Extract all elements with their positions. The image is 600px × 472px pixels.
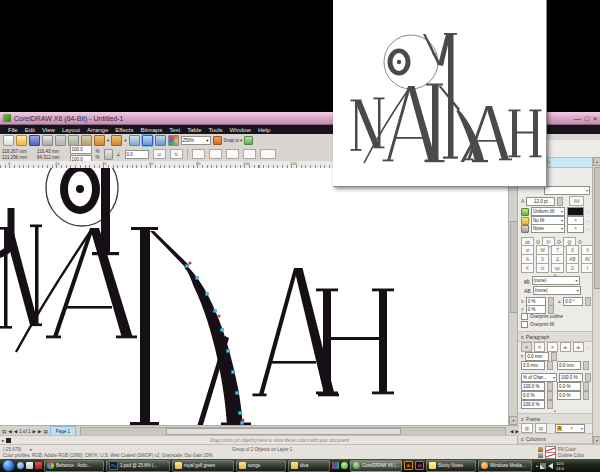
menu-arrange[interactable]: Arrange bbox=[87, 127, 108, 133]
docker-scroll-up-icon[interactable]: ▴ bbox=[593, 157, 600, 166]
green-sphere-app-icon[interactable] bbox=[341, 462, 348, 469]
font-size-stepper[interactable] bbox=[557, 197, 563, 206]
undo-caret-icon[interactable]: ▾ bbox=[107, 138, 109, 143]
maximize-button[interactable]: □ bbox=[585, 115, 589, 122]
object-x-position[interactable]: 118.267 mm bbox=[2, 149, 27, 154]
prop-extra-button-2[interactable] bbox=[209, 149, 222, 159]
fill-color-swatch[interactable] bbox=[567, 207, 584, 216]
redo-icon[interactable] bbox=[111, 135, 122, 146]
paragraph-section-header[interactable]: ≡ Paragraph bbox=[518, 331, 600, 342]
mirror-horizontal-button[interactable]: ⇄ bbox=[153, 149, 166, 159]
export-icon[interactable] bbox=[155, 135, 166, 146]
internet-explorer-icon[interactable] bbox=[17, 462, 24, 469]
kerning-button[interactable]: AV bbox=[569, 196, 584, 206]
new-document-icon[interactable] bbox=[3, 135, 14, 146]
frame-align-icon[interactable]: ▤ bbox=[535, 423, 547, 433]
ot-oldstyle-button[interactable]: G bbox=[566, 263, 579, 273]
ot-historical-button[interactable]: sp bbox=[551, 263, 564, 273]
outline-width-select[interactable]: None▾ bbox=[531, 224, 565, 233]
align-center-button[interactable]: ≡ bbox=[534, 342, 545, 352]
overprint-fill-checkbox[interactable] bbox=[521, 321, 528, 328]
outline-color-swatch[interactable]: × bbox=[567, 224, 584, 233]
last-page-icon[interactable]: ▶ bbox=[38, 429, 41, 434]
object-y-position[interactable]: 121.296 mm bbox=[2, 155, 27, 160]
left-indent-field[interactable]: 0.0 mm bbox=[521, 361, 545, 370]
start-button[interactable] bbox=[2, 459, 15, 472]
char-spacing-field[interactable]: 0.0 % bbox=[521, 391, 545, 400]
prop-extra-button-1[interactable] bbox=[192, 149, 205, 159]
font-list-select[interactable]: ▾ bbox=[544, 186, 590, 195]
coreldraw-task-button[interactable]: CorelDRAW X6 (... bbox=[350, 460, 402, 472]
word-spacing-field[interactable]: 100.0 % bbox=[521, 400, 545, 409]
alignment-options-button[interactable]: ... bbox=[586, 345, 589, 350]
frame-columns-icon[interactable]: ▥ bbox=[521, 423, 533, 433]
menu-help[interactable]: Help bbox=[258, 127, 270, 133]
underline-style-select[interactable]: (none)▾ bbox=[532, 276, 580, 285]
application-launcher-icon[interactable] bbox=[168, 135, 179, 146]
photoshop-task-button[interactable]: Ps 1.psd @ 25.8% (... bbox=[106, 460, 170, 472]
first-page-icon[interactable]: ◀ bbox=[8, 429, 11, 434]
menu-table[interactable]: Table bbox=[187, 127, 201, 133]
folder-songs-button[interactable]: songs bbox=[236, 460, 286, 472]
menu-tools[interactable]: Tools bbox=[209, 127, 223, 133]
tray-clock[interactable]: 10:5 13-0 bbox=[556, 461, 564, 471]
first-line-indent-field[interactable]: 0.0 mm bbox=[525, 352, 549, 361]
before-paragraph-field[interactable]: 100.0 % bbox=[521, 382, 545, 391]
illustrator-icon[interactable]: Ai bbox=[404, 461, 413, 470]
indesign-icon[interactable]: Id bbox=[415, 461, 424, 470]
outline-settings-button[interactable]: ... bbox=[586, 226, 589, 231]
menu-effects[interactable]: Effects bbox=[115, 127, 133, 133]
align-force-button[interactable]: ≣ bbox=[573, 342, 584, 352]
network-tray-icon[interactable] bbox=[540, 463, 546, 469]
menu-bitmaps[interactable]: Bitmaps bbox=[141, 127, 163, 133]
menu-window[interactable]: Window bbox=[230, 127, 251, 133]
options-icon[interactable] bbox=[244, 136, 253, 145]
cursor-flyout-icon[interactable]: ▸ bbox=[30, 447, 32, 452]
fill-settings-button[interactable]: ... bbox=[586, 209, 589, 214]
folder-royal-golf-green-button[interactable]: royal golf green bbox=[172, 460, 234, 472]
caps-style-select[interactable]: (none)▾ bbox=[533, 286, 581, 295]
palette-flyout-icon[interactable]: ▸ bbox=[2, 438, 4, 443]
redo-caret-icon[interactable]: ▾ bbox=[124, 138, 126, 143]
tray-expand-icon[interactable]: ▴ bbox=[536, 463, 538, 468]
font-size-field[interactable]: 12.0 pt bbox=[526, 197, 555, 206]
menu-edit[interactable]: Edit bbox=[25, 127, 35, 133]
mirror-vertical-button[interactable]: ⇅ bbox=[170, 149, 183, 159]
ot-contextual-button[interactable]: ct bbox=[536, 263, 549, 273]
undo-icon[interactable] bbox=[94, 135, 105, 146]
columns-section-header[interactable]: ≡ Columns bbox=[518, 433, 600, 444]
docker-scrollbar[interactable]: ▴ ▾ bbox=[592, 157, 600, 445]
filezilla-icon[interactable] bbox=[35, 462, 42, 469]
palette-swatch-icon[interactable] bbox=[6, 438, 11, 443]
ot-ornament-button[interactable]: K bbox=[521, 263, 534, 273]
prop-extra-button-4[interactable] bbox=[243, 149, 256, 159]
snap-icon[interactable] bbox=[213, 136, 222, 145]
close-button[interactable]: × bbox=[593, 115, 597, 122]
chrome-task-button[interactable]: Behance : Activ... bbox=[44, 460, 104, 472]
add-page-end-icon[interactable]: ▤ bbox=[43, 429, 47, 434]
next-page-icon[interactable]: ▶ bbox=[32, 429, 35, 434]
scale-x-field[interactable]: 100.0 bbox=[70, 145, 92, 154]
hscroll-thumb[interactable] bbox=[166, 428, 401, 435]
om-namah-artwork[interactable] bbox=[0, 168, 508, 425]
line-spacing-field[interactable]: 100.0 % bbox=[559, 373, 583, 382]
overprint-outline-checkbox[interactable] bbox=[521, 313, 528, 320]
menu-layout[interactable]: Layout bbox=[62, 127, 80, 133]
hscroll-right-icon[interactable]: ▶ bbox=[516, 429, 519, 434]
lock-ratio-icon[interactable] bbox=[104, 149, 113, 160]
object-width[interactable]: 116.43 mm bbox=[37, 149, 60, 154]
open-icon[interactable] bbox=[16, 135, 27, 146]
right-indent-field[interactable]: 0.0 mm bbox=[557, 361, 581, 370]
rotation-angle-field[interactable]: 0.0 bbox=[125, 150, 149, 159]
char-angle-field[interactable]: 0.0 ° bbox=[563, 297, 583, 306]
fill-type-select[interactable]: Uniform fill▾ bbox=[531, 207, 565, 216]
docker-scroll-thumb[interactable] bbox=[594, 167, 600, 289]
cut-icon[interactable] bbox=[55, 135, 66, 146]
align-justify-button[interactable]: ≣ bbox=[560, 342, 571, 352]
menu-view[interactable]: View bbox=[42, 127, 55, 133]
windows-explorer-icon[interactable] bbox=[26, 462, 33, 469]
object-height[interactable]: 84.312 mm bbox=[37, 155, 60, 160]
menu-file[interactable]: File bbox=[8, 127, 18, 133]
save-icon[interactable] bbox=[29, 135, 40, 146]
background-settings-button[interactable]: ... bbox=[586, 218, 589, 223]
